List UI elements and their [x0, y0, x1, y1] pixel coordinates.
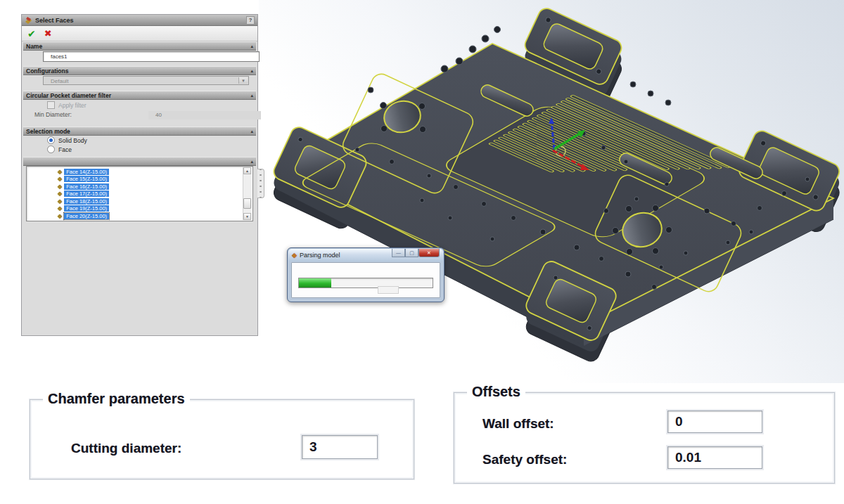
scroll-down-icon[interactable]: ▼ [243, 213, 251, 220]
help-button[interactable]: ? [246, 16, 255, 25]
maximize-button[interactable]: ▢ [405, 249, 418, 257]
dialog-body [291, 262, 440, 298]
solid-body-label: Solid Body [58, 137, 87, 144]
viewport-background[interactable]: ◆ Parsing model — ▢ ✕ [259, 0, 844, 383]
face-list-item[interactable]: ◆Face 15(Z-15.00) [58, 176, 252, 183]
progress-fill [299, 278, 331, 287]
safety-offset-input[interactable] [667, 446, 762, 469]
chamfer-group-title: Chamfer parameters [43, 391, 190, 407]
face-list-item[interactable]: ◆Face 17(Z-15.00) [58, 190, 252, 198]
face-icon: ◆ [58, 169, 62, 175]
panel-title: Select Faces [35, 17, 74, 24]
faces-list: ◆Face 14(Z-15.00) ◆Face 15(Z-15.00) ◆Fac… [26, 166, 253, 221]
apply-filter-checkbox[interactable] [47, 101, 55, 109]
panel-toolbar: ✔ ✖ [22, 26, 257, 41]
wall-offset-input[interactable] [667, 411, 762, 433]
solid-body-option[interactable]: Solid Body [47, 136, 87, 144]
apply-filter-row: Apply filter [47, 101, 87, 109]
wall-offset-label: Wall offset: [482, 416, 554, 432]
face-icon: ◆ [58, 205, 62, 212]
list-scrollbar[interactable]: ▲ ▼ [243, 167, 252, 220]
dialog-titlebar[interactable]: ◆ Parsing model — ▢ ✕ [288, 249, 443, 261]
face-list-item[interactable]: ◆Face 19(Z-15.00) [58, 205, 252, 213]
section-header-name[interactable]: Name▴ [23, 41, 256, 51]
min-diameter-label: Min Diameter: [34, 111, 72, 118]
cutting-diameter-label: Cutting diameter: [71, 441, 181, 456]
min-diameter-field[interactable]: 40 [148, 111, 261, 119]
cancel-button[interactable]: ✖ [44, 28, 52, 39]
face-list-item[interactable]: ◆Face 16(Z-15.00) [58, 183, 252, 190]
dialog-title: Parsing model [300, 252, 340, 259]
face-list-item[interactable]: ◆Face 14(Z-15.00) [58, 168, 252, 176]
collapse-arrow-icon: ▴ [250, 159, 253, 164]
offsets-group-title: Offsets [467, 384, 525, 400]
face-list-item[interactable]: ◆Face 20(Z-15.00) [58, 212, 252, 220]
select-faces-panel: Select Faces ? ✔ ✖ Name▴ Configurations▴… [21, 14, 258, 336]
face-icon: ◆ [58, 198, 62, 205]
panel-splitter-handle[interactable] [257, 169, 264, 198]
section-header-pocket-filter[interactable]: Circular Pocket diameter filter▴ [23, 91, 256, 100]
dialog-button[interactable] [378, 286, 399, 294]
cutting-diameter-input[interactable] [302, 435, 378, 459]
apply-filter-label: Apply filter [58, 102, 87, 109]
collapse-arrow-icon: ▴ [250, 68, 253, 74]
minimize-button[interactable]: — [392, 249, 405, 257]
face-icon: ◆ [58, 190, 62, 197]
face-icon: ◆ [58, 176, 62, 182]
ok-button[interactable]: ✔ [27, 28, 36, 39]
section-header-configurations[interactable]: Configurations▴ [23, 66, 256, 75]
safety-offset-label: Safety offset: [482, 452, 567, 467]
face-label: Face [58, 146, 72, 153]
collapse-arrow-icon: ▴ [250, 93, 253, 98]
application-window: ◆ Parsing model — ▢ ✕ Selec [0, 0, 844, 504]
name-input[interactable] [43, 51, 260, 62]
section-header-faces-list[interactable]: ▴ [23, 157, 256, 166]
select-faces-icon [25, 16, 32, 24]
scrollbar-thumb[interactable] [243, 198, 251, 209]
chamfer-parameters-group: Chamfer parameters Cutting diameter: [30, 399, 414, 479]
scroll-up-icon[interactable]: ▲ [243, 167, 251, 174]
configurations-select[interactable]: Default ▼ [43, 76, 249, 85]
section-header-selection-mode[interactable]: Selection mode▴ [23, 127, 256, 136]
collapse-arrow-icon: ▴ [250, 129, 253, 134]
parsing-model-dialog: ◆ Parsing model — ▢ ✕ [287, 247, 445, 302]
dialog-icon: ◆ [292, 252, 297, 259]
solid-body-radio[interactable] [47, 136, 55, 144]
progress-bar [298, 278, 433, 288]
panel-titlebar: Select Faces ? [22, 15, 257, 26]
face-icon: ◆ [58, 183, 62, 190]
collapse-arrow-icon: ▴ [250, 44, 253, 49]
face-radio[interactable] [47, 146, 55, 153]
close-button[interactable]: ✕ [418, 249, 440, 257]
offsets-group: Offsets Wall offset: Safety offset: [454, 392, 835, 484]
model-canvas[interactable] [259, 0, 844, 383]
face-icon: ◆ [58, 213, 62, 219]
face-list-item[interactable]: ◆Face 18(Z-15.00) [58, 198, 252, 205]
face-option[interactable]: Face [47, 146, 72, 153]
chevron-down-icon[interactable]: ▼ [238, 77, 248, 84]
